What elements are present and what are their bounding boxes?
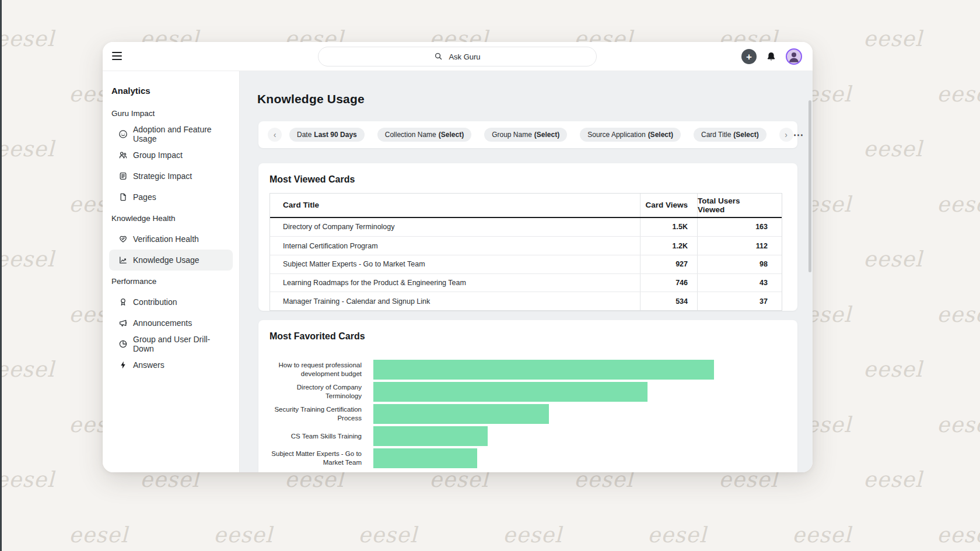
sidebar-item-contribution[interactable]: Contribution bbox=[109, 292, 233, 313]
filter-chip-source-application[interactable]: Source Application (Select) bbox=[580, 128, 681, 142]
sidebar-item-label: Verification Health bbox=[133, 234, 199, 244]
trend-chart-icon bbox=[118, 255, 128, 265]
sidebar-item-pages[interactable]: Pages bbox=[109, 187, 233, 208]
sidebar-item-verification-health[interactable]: Verification Health bbox=[109, 229, 233, 250]
group-icon bbox=[118, 150, 128, 160]
filter-bar: ‹ Date Last 90 Days Collection Name (Sel… bbox=[258, 121, 797, 148]
chevron-left-icon: ‹ bbox=[274, 131, 276, 139]
bar bbox=[373, 360, 714, 380]
ellipsis-icon: ⋯ bbox=[793, 129, 804, 141]
sidebar-title: Analytics bbox=[109, 86, 233, 95]
filter-chip-card-title[interactable]: Card Title (Select) bbox=[694, 128, 766, 142]
cell-total-users: 98 bbox=[697, 255, 782, 273]
watermark-text: eesel bbox=[937, 412, 980, 437]
bar bbox=[373, 426, 488, 446]
user-avatar[interactable] bbox=[786, 48, 802, 65]
bar-row: CS Team Skills Training bbox=[270, 426, 786, 446]
filter-chip-date[interactable]: Date Last 90 Days bbox=[289, 128, 365, 142]
menu-icon[interactable] bbox=[112, 52, 122, 60]
watermark-text: eesel bbox=[358, 522, 418, 548]
table-header-row: Card Title Card Views Total Users Viewed bbox=[270, 194, 782, 218]
search-bar[interactable]: Ask Guru bbox=[318, 47, 597, 66]
bar-label: CS Team Skills Training bbox=[270, 426, 362, 446]
filters-scroll-right-button[interactable]: › bbox=[779, 128, 793, 142]
more-options-button[interactable]: ⋯ bbox=[793, 130, 804, 140]
chip-label: Card Title bbox=[701, 131, 731, 139]
sidebar-item-adoption-and-feature-usage[interactable]: Adoption and Feature Usage bbox=[109, 124, 233, 145]
most-favorited-cards-card: Most Favorited Cards How to request prof… bbox=[258, 320, 797, 472]
chip-value: (Select) bbox=[439, 131, 464, 139]
bar-row: How to request professional development … bbox=[270, 360, 786, 380]
filter-chip-group-name[interactable]: Group Name (Select) bbox=[484, 128, 567, 142]
watermark-text: eesel bbox=[0, 357, 55, 382]
heart-check-icon bbox=[118, 234, 128, 244]
sidebar-section-performance: Performance bbox=[109, 271, 233, 292]
bar-label: Directory of Company Terminology bbox=[270, 382, 362, 402]
desktop-background: eeseleeseleeseleeseleeseleeseleeseleesel… bbox=[0, 0, 980, 551]
watermark-text: eesel bbox=[863, 136, 923, 162]
cell-card-title: Manager Training - Calendar and Signup L… bbox=[270, 292, 640, 310]
smiley-icon bbox=[118, 129, 128, 139]
sidebar-item-knowledge-usage[interactable]: Knowledge Usage bbox=[109, 250, 233, 271]
most-favorited-cards-title: Most Favorited Cards bbox=[270, 331, 797, 342]
chip-value: (Select) bbox=[648, 131, 673, 139]
filters-scroll-left-button[interactable]: ‹ bbox=[268, 128, 282, 142]
table-row[interactable]: Directory of Company Terminology 1.5K 16… bbox=[270, 218, 782, 237]
sidebar-item-announcements[interactable]: Announcements bbox=[109, 313, 233, 334]
column-header-total-users-viewed: Total Users Viewed bbox=[697, 194, 782, 217]
column-header-card-title: Card Title bbox=[270, 194, 640, 217]
sidebar-item-label: Knowledge Usage bbox=[133, 255, 200, 265]
watermark-text: eesel bbox=[792, 522, 852, 548]
column-header-card-views: Card Views bbox=[640, 194, 697, 217]
cell-card-title: Directory of Company Terminology bbox=[270, 218, 640, 237]
sidebar-item-label: Answers bbox=[133, 360, 164, 370]
pie-chart-icon bbox=[118, 339, 128, 349]
sidebar-item-label: Pages bbox=[133, 192, 156, 202]
watermark-text: eesel bbox=[214, 522, 273, 548]
watermark-text: eesel bbox=[937, 522, 980, 548]
sidebar-item-label: Strategic Impact bbox=[133, 171, 192, 181]
watermark-text: eesel bbox=[863, 247, 923, 272]
watermark-text: eesel bbox=[503, 522, 562, 548]
watermark-text: eesel bbox=[863, 357, 923, 382]
notifications-icon[interactable] bbox=[766, 51, 776, 62]
megaphone-icon bbox=[118, 318, 128, 328]
main-content: Knowledge Usage ‹ Date Last 90 Days Coll… bbox=[240, 71, 813, 472]
search-icon bbox=[434, 52, 443, 61]
sidebar-item-answers[interactable]: Answers bbox=[109, 355, 233, 375]
table-row[interactable]: Learning Roadmaps for the Product & Engi… bbox=[270, 273, 782, 292]
lightning-icon bbox=[118, 360, 128, 370]
cell-card-views: 1.2K bbox=[640, 237, 697, 255]
cell-card-views: 1.5K bbox=[640, 218, 697, 237]
favorited-bar-chart: How to request professional development … bbox=[270, 360, 786, 471]
cell-total-users: 112 bbox=[697, 237, 782, 255]
bar bbox=[373, 448, 477, 468]
report-icon bbox=[118, 171, 128, 181]
cell-card-title: Subject Matter Experts - Go to Market Te… bbox=[270, 255, 640, 273]
chip-label: Date bbox=[297, 131, 312, 139]
table-row[interactable]: Internal Certification Program 1.2K 112 bbox=[270, 236, 782, 255]
bar-row: Security Training Certification Process bbox=[270, 404, 786, 424]
sidebar-section-knowledge-health: Knowledge Health bbox=[109, 208, 233, 229]
top-bar: Ask Guru + bbox=[103, 42, 813, 71]
sidebar-item-group-and-user-drill-down[interactable]: Group and User Drill-Down bbox=[109, 334, 233, 355]
sidebar-item-label: Announcements bbox=[133, 318, 192, 328]
cell-total-users: 163 bbox=[697, 218, 782, 237]
most-viewed-cards-card: Most Viewed Cards Card Title Card Views … bbox=[258, 163, 797, 311]
table-row[interactable]: Manager Training - Calendar and Signup L… bbox=[270, 292, 782, 310]
top-bar-actions: + bbox=[741, 42, 802, 71]
cell-card-title: Internal Certification Program bbox=[270, 237, 640, 255]
watermark-text: eesel bbox=[937, 192, 980, 217]
chip-label: Group Name bbox=[492, 131, 532, 139]
vertical-scrollbar[interactable] bbox=[808, 100, 811, 272]
watermark-text: eesel bbox=[0, 136, 55, 162]
watermark-text: eesel bbox=[648, 522, 707, 548]
filter-chip-collection-name[interactable]: Collection Name (Select) bbox=[377, 128, 471, 142]
chip-label: Collection Name bbox=[385, 131, 436, 139]
sidebar-item-group-impact[interactable]: Group Impact bbox=[109, 145, 233, 166]
watermark-text: eesel bbox=[0, 467, 55, 492]
sidebar-item-strategic-impact[interactable]: Strategic Impact bbox=[109, 166, 233, 187]
table-row[interactable]: Subject Matter Experts - Go to Market Te… bbox=[270, 255, 782, 273]
analytics-sidebar: Analytics Guru Impact Adoption an bbox=[103, 71, 240, 472]
create-button[interactable]: + bbox=[741, 49, 757, 64]
